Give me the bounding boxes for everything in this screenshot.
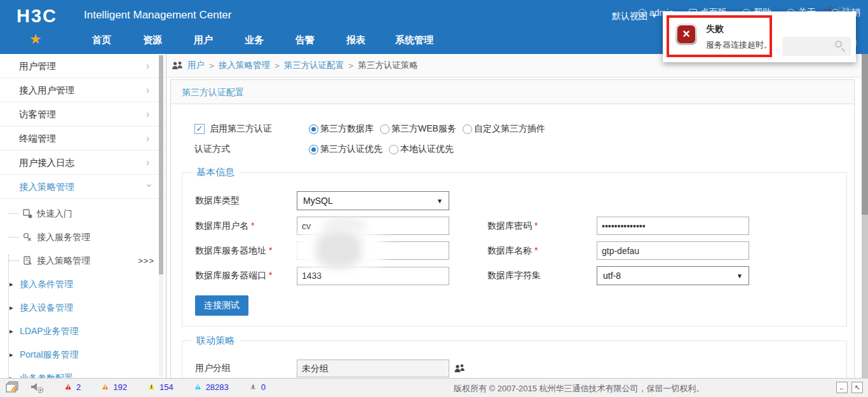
enable-thirdparty-checkbox[interactable]: ✓	[194, 124, 205, 134]
caret-right-icon: ▸	[10, 273, 13, 296]
db-port-input[interactable]	[297, 267, 449, 285]
sidebar-item-access-log[interactable]: 用户接入日志›	[0, 151, 166, 175]
svg-text:!: !	[13, 387, 15, 391]
db-type-select[interactable]: MySQL▼	[297, 191, 449, 210]
linkage-policy-section: 联动策略 用户分组 未分组	[182, 335, 847, 379]
sidebar-scrollbar-thumb[interactable]	[159, 55, 163, 274]
radio-custom-plugin[interactable]	[463, 124, 472, 134]
status-bar: ! ▲! 2 ▲! 192 ▲! 154 ▲! 28283	[0, 378, 868, 397]
nav-reports[interactable]: 报表	[330, 29, 381, 51]
user-group-picker-icon[interactable]	[454, 363, 465, 373]
app-title: Intelligent Management Center	[84, 9, 231, 22]
toast-title: 失败	[706, 24, 724, 35]
db-password-label: 数据库密码*	[487, 220, 597, 232]
alarm-warning[interactable]: ▲! 28283	[193, 382, 229, 393]
search-icon	[835, 41, 842, 48]
nav-system[interactable]: 系统管理	[381, 29, 447, 51]
select-arrow-icon: ▼	[736, 273, 743, 279]
chevron-right-icon: ›	[146, 126, 149, 151]
nav-resources[interactable]: 资源	[127, 29, 178, 51]
sidebar-scrollbar[interactable]	[159, 55, 163, 377]
tree-item-quick-start[interactable]: 快速入门	[0, 202, 166, 225]
tree-item-access-service-mgmt[interactable]: 接入服务管理	[0, 225, 166, 249]
db-charset-select[interactable]: utf-8▼	[597, 266, 749, 285]
db-port-label: 数据库服务器端口*	[182, 270, 297, 281]
sidebar-item-user-management[interactable]: 用户管理›	[0, 54, 166, 78]
db-name-input[interactable]	[597, 241, 749, 260]
nav-alarms[interactable]: 告警	[280, 29, 330, 51]
breadcrumb-users[interactable]: 用户	[187, 60, 205, 71]
error-icon: ×	[675, 24, 697, 45]
chevron-right-icon: ›	[146, 54, 149, 78]
nav-home[interactable]: 首页	[76, 29, 127, 51]
db-username-input[interactable]	[297, 217, 449, 235]
caret-right-icon: ▸	[10, 296, 13, 320]
chevron-down-icon: ›	[137, 184, 161, 187]
back-button[interactable]: ←	[836, 382, 848, 393]
tab-thirdparty-auth-config[interactable]: 第三方认证配置	[171, 80, 244, 104]
db-password-input[interactable]	[597, 217, 749, 235]
db-address-input[interactable]	[297, 241, 449, 260]
caret-right-icon: ▸	[10, 367, 13, 378]
basic-info-legend: 基本信息	[191, 166, 240, 178]
alarm-major[interactable]: ▲! 192	[100, 382, 127, 393]
auth-type-radio-group: 第三方数据库 第三方WEB服务 自定义第三方插件	[309, 123, 552, 135]
users-group-icon	[172, 61, 184, 71]
screen: H3C Intelligent Management Center 默认视图▼ …	[0, 0, 868, 397]
radio-local-first[interactable]	[389, 145, 398, 154]
user-group-field: 未分组	[297, 360, 449, 377]
alarm-minor[interactable]: ▲! 154	[147, 382, 173, 393]
sidebar-link-access-condition[interactable]: ▸接入条件管理	[0, 273, 166, 296]
breadcrumb-access-policy[interactable]: 接入策略管理	[219, 60, 270, 71]
page-scrollbar-thumb[interactable]	[862, 54, 868, 215]
copyright-text: 版权所有 © 2007-2015 杭州华三通信技术有限公司，保留一切权利。	[454, 383, 705, 394]
h3c-logo: H3C	[17, 6, 57, 27]
sidebar-link-ldap-service[interactable]: ▸LDAP业务管理	[0, 320, 166, 343]
back-top-button[interactable]: ↖	[851, 382, 863, 393]
sidebar-link-portal-service[interactable]: ▸Portal服务管理	[0, 343, 166, 367]
user-group-label: 用户分组	[182, 363, 297, 374]
enable-thirdparty-label: 启用第三方认证	[210, 123, 272, 135]
sidebar-item-access-policy[interactable]: 接入策略管理›	[0, 175, 166, 199]
sidebar: 用户管理› 接入用户管理› 访客管理› 终端管理› 用户接入日志› 接入策略管理…	[0, 54, 166, 378]
alarm-critical[interactable]: ▲! 2	[64, 382, 81, 393]
tab-strip: 第三方认证配置	[171, 80, 854, 104]
nav-services[interactable]: 业务	[229, 29, 280, 51]
favorites-star-icon[interactable]: ★	[29, 31, 42, 48]
user-icon	[638, 9, 646, 17]
radio-thirdparty-db[interactable]	[309, 124, 318, 134]
breadcrumb-current: 第三方认证策略	[358, 60, 418, 71]
sidebar-item-access-user[interactable]: 接入用户管理›	[0, 78, 166, 102]
tree-item-access-policy-mgmt[interactable]: 接入策略管理 >>>	[0, 249, 166, 273]
chevron-right-icon: ›	[146, 151, 149, 175]
select-arrow-icon: ▼	[437, 198, 443, 205]
caret-right-icon: ▸	[10, 320, 13, 343]
alarm-counters: ▲! 2 ▲! 192 ▲! 154 ▲! 28283 ▲! 0	[64, 382, 285, 393]
caret-right-icon: ▸	[10, 343, 13, 367]
error-highlight-rectangle: × 失败 服务器连接超时。	[667, 15, 772, 57]
sound-settings-icon[interactable]	[30, 381, 45, 394]
db-type-label: 数据库类型	[182, 195, 297, 206]
linkage-policy-legend: 联动策略	[191, 335, 240, 347]
db-charset-label: 数据库字符集	[487, 270, 597, 281]
access-policy-icon	[22, 255, 33, 266]
radio-thirdparty-first[interactable]	[309, 145, 318, 154]
basic-info-section: 基本信息 数据库类型 MySQL▼ 数据库用户名* 数据库密码* 数据库服务器地…	[182, 166, 847, 326]
alarm-cleared[interactable]: ▲! 0	[248, 382, 266, 393]
sidebar-link-access-device[interactable]: ▸接入设备管理	[0, 296, 166, 320]
auth-mode-label: 认证方式	[194, 144, 230, 155]
toast-message: 服务器连接超时。	[706, 39, 772, 51]
more-indicator[interactable]: >>>	[138, 256, 154, 266]
access-service-icon	[22, 232, 33, 243]
connection-test-button[interactable]: 连接测试	[195, 295, 248, 316]
sidebar-item-terminal[interactable]: 终端管理›	[0, 126, 166, 151]
radio-thirdparty-web[interactable]	[380, 124, 390, 134]
breadcrumb-thirdparty-config[interactable]: 第三方认证配置	[284, 60, 344, 71]
sidebar-link-service-params[interactable]: ▸业务参数配置	[0, 367, 166, 378]
sidebar-item-guest[interactable]: 访客管理›	[0, 102, 166, 126]
db-address-label: 数据库服务器地址*	[182, 245, 297, 257]
search-box[interactable]	[782, 37, 851, 56]
nav-users[interactable]: 用户	[178, 29, 229, 51]
page-scrollbar[interactable]	[862, 54, 868, 378]
alarm-windows-icon[interactable]: !	[5, 381, 20, 394]
